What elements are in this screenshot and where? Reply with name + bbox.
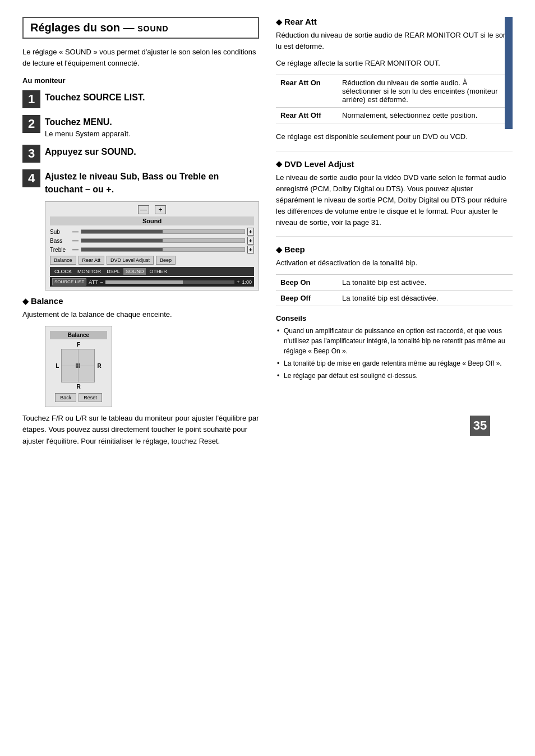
back-button[interactable]: Back bbox=[55, 393, 76, 402]
left-column: Réglages du son — SOUND Le réglage « SOU… bbox=[22, 17, 259, 453]
step-number-1: 1 bbox=[22, 90, 40, 108]
step-1: 1 Touchez SOURCE LIST. bbox=[22, 89, 259, 108]
nav-sound[interactable]: SOUND bbox=[123, 268, 146, 275]
beep-off-def: La tonalité bip est désactivée. bbox=[338, 291, 513, 306]
plus-button[interactable]: + bbox=[155, 205, 166, 214]
bass-slider-row: Bass — + bbox=[50, 237, 254, 245]
progress-bar bbox=[105, 280, 235, 284]
au-moniteur-label: Au moniteur bbox=[22, 76, 259, 85]
device-mockup: — + Sound Sub — + Bass bbox=[45, 201, 259, 291]
rear-att-table: Rear Att On Réduction du niveau de sorti… bbox=[276, 75, 513, 123]
nav-minus: – bbox=[100, 279, 103, 285]
beep-desc: Activation et désactivation de la tonali… bbox=[276, 257, 513, 269]
step-number-2: 2 bbox=[22, 115, 40, 133]
treble-label: Treble bbox=[50, 247, 70, 253]
rear-att-btn[interactable]: Rear Att bbox=[79, 256, 105, 265]
rear-att-desc1: Réduction du niveau de sortie audio de R… bbox=[276, 30, 513, 52]
balance-heading: ◆ Balance bbox=[22, 296, 259, 306]
beep-btn[interactable]: Beep bbox=[156, 256, 176, 265]
source-list-btn[interactable]: SOURCE LIST bbox=[52, 278, 86, 285]
divider-1 bbox=[276, 151, 513, 151]
dvd-level-heading: ◆ DVD Level Adjust bbox=[276, 159, 513, 169]
sub-minus[interactable]: — bbox=[72, 228, 79, 235]
step-text-1: Touchez SOURCE LIST. bbox=[45, 89, 145, 104]
treble-track[interactable] bbox=[81, 247, 245, 252]
divider-2 bbox=[276, 236, 513, 237]
bass-minus[interactable]: — bbox=[72, 237, 79, 244]
step-subtext-2: Le menu System apparaît. bbox=[45, 130, 130, 138]
sidebar-accent bbox=[505, 17, 513, 129]
sub-track[interactable] bbox=[81, 229, 245, 234]
bass-label: Bass bbox=[50, 238, 70, 244]
section-title-box: Réglages du son — SOUND bbox=[22, 17, 259, 39]
treble-slider-row: Treble — + bbox=[50, 246, 254, 253]
balance-bottom-label: R bbox=[76, 384, 80, 390]
time-display: 1:00 bbox=[242, 279, 252, 285]
step-4: 4 Ajustez le niveau Sub, Bass ou Treble … bbox=[22, 168, 259, 196]
section-title: Réglages du son — SOUND bbox=[30, 21, 251, 34]
table-row: Rear Att Off Normalement, sélectionnez c… bbox=[276, 108, 513, 123]
table-row: Beep Off La tonalité bip est désactivée. bbox=[276, 291, 513, 306]
rear-att-on-term: Rear Att On bbox=[276, 75, 338, 108]
dvd-level-heading-text: DVD Level Adjust bbox=[284, 159, 354, 169]
page-number: 35 bbox=[470, 416, 490, 436]
balance-text: Touchez F/R ou L/R sur le tableau du mon… bbox=[22, 413, 259, 446]
rear-att-off-def: Normalement, sélectionnez cette position… bbox=[338, 108, 513, 123]
beep-on-def: La tonalité bip est activée. bbox=[338, 275, 513, 291]
balance-diagram-title: Balance bbox=[50, 331, 107, 339]
device-buttons: Balance Rear Att DVD Level Adjust Beep bbox=[50, 256, 254, 265]
reset-button[interactable]: Reset bbox=[79, 393, 102, 402]
bottom-bar: SOURCE LIST ATT – + 1:00 bbox=[50, 277, 254, 287]
beep-on-term: Beep On bbox=[276, 275, 338, 291]
sub-slider-row: Sub — + bbox=[50, 228, 254, 236]
treble-plus[interactable]: + bbox=[247, 246, 254, 253]
balance-diamond: ◆ bbox=[22, 297, 29, 306]
beep-heading: ◆ Beep bbox=[276, 245, 513, 254]
beep-heading-text: Beep bbox=[284, 245, 305, 254]
table-row: Beep On La tonalité bip est activée. bbox=[276, 275, 513, 291]
balance-diagram: Balance F L R R bbox=[45, 326, 112, 407]
step-text-3: Appuyez sur SOUND. bbox=[45, 144, 136, 158]
beep-off-term: Beep Off bbox=[276, 291, 338, 306]
nav-dspl[interactable]: DSPL bbox=[104, 268, 122, 275]
rear-att-footer: Ce réglage est disponible seulement pour… bbox=[276, 131, 513, 142]
treble-minus[interactable]: — bbox=[72, 246, 79, 253]
table-row: Rear Att On Réduction du niveau de sorti… bbox=[276, 75, 513, 108]
balance-heading-text: Balance bbox=[31, 296, 63, 306]
minus-button[interactable]: — bbox=[138, 205, 149, 214]
top-controls: — + bbox=[50, 205, 254, 214]
balance-btn[interactable]: Balance bbox=[50, 256, 76, 265]
nav-row: CLOCK MONITOR DSPL SOUND OTHER bbox=[50, 267, 254, 276]
step-number-3: 3 bbox=[22, 145, 40, 163]
balance-left-label: L bbox=[56, 363, 59, 369]
rear-att-heading-text: Rear Att bbox=[284, 17, 317, 26]
step-text-4: Ajustez le niveau Sub, Bass ou Treble en… bbox=[45, 168, 259, 196]
balance-right-label: R bbox=[97, 363, 101, 369]
bass-plus[interactable]: + bbox=[247, 237, 254, 245]
plus-sign: + bbox=[237, 279, 239, 285]
list-item: Quand un amplificateur de puissance en o… bbox=[276, 326, 513, 356]
balance-description: Ajustement de la balance de chaque encei… bbox=[22, 309, 259, 320]
intro-text: Le réglage « SOUND » vous permet d'ajust… bbox=[22, 47, 259, 68]
notes-section: Conseils Quand un amplificateur de puiss… bbox=[276, 314, 513, 381]
att-label: ATT bbox=[89, 279, 98, 285]
nav-monitor[interactable]: MONITOR bbox=[75, 268, 103, 275]
step-text-2: Touchez MENU. bbox=[45, 114, 130, 128]
notes-list: Quand un amplificateur de puissance en o… bbox=[276, 326, 513, 381]
list-item: La tonalité bip de mise en garde retenti… bbox=[276, 358, 513, 368]
bass-track[interactable] bbox=[81, 238, 245, 243]
rear-att-heading: ◆ Rear Att bbox=[276, 17, 513, 26]
rear-att-diamond: ◆ bbox=[276, 17, 282, 26]
rear-att-on-def: Réduction du niveau de sortie audio. À s… bbox=[338, 75, 513, 108]
step-2: 2 Touchez MENU. Le menu System apparaît. bbox=[22, 114, 259, 138]
balance-top-label: F bbox=[77, 342, 80, 348]
dvd-level-adjust-btn[interactable]: DVD Level Adjust bbox=[107, 256, 154, 265]
sub-plus[interactable]: + bbox=[247, 228, 254, 236]
dvd-level-diamond: ◆ bbox=[276, 159, 282, 168]
nav-clock[interactable]: CLOCK bbox=[52, 268, 74, 275]
balance-grid[interactable] bbox=[61, 349, 95, 382]
notes-title: Conseils bbox=[276, 314, 513, 322]
nav-other[interactable]: OTHER bbox=[147, 268, 169, 275]
list-item: Le réglage par défaut est souligné ci-de… bbox=[276, 371, 513, 381]
rear-att-desc2: Ce réglage affecte la sortie REAR MONITO… bbox=[276, 58, 513, 69]
